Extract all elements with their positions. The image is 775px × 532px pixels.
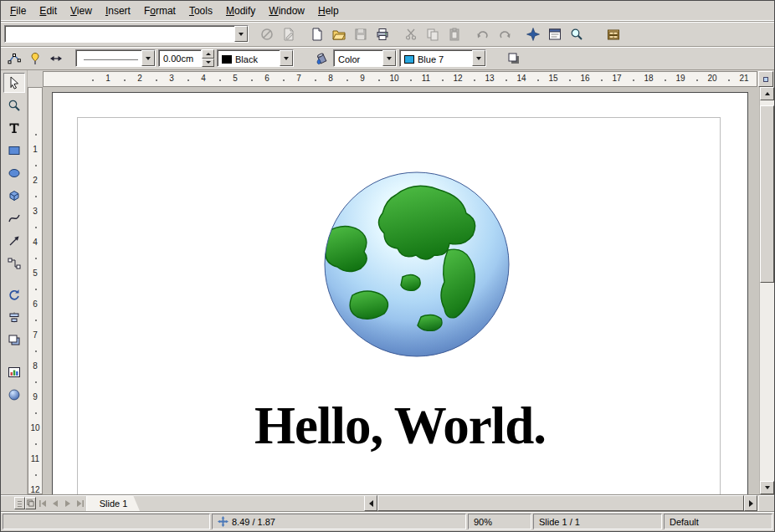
stylist-icon[interactable]	[545, 24, 565, 44]
vertical-ruler[interactable]: 123456789101112	[28, 87, 43, 494]
shadow-icon[interactable]	[505, 49, 523, 68]
fill-can-icon[interactable]	[312, 49, 331, 68]
menu-format[interactable]: Format	[137, 2, 182, 21]
ellipse-tool-icon[interactable]	[3, 163, 25, 183]
ruler-tick	[506, 79, 507, 81]
stop-icon[interactable]	[257, 24, 277, 44]
effects-tool-icon[interactable]	[3, 385, 25, 405]
line-color-dropdown-button[interactable]	[280, 50, 293, 66]
spin-down-button[interactable]	[202, 59, 214, 68]
undo-icon[interactable]	[473, 24, 493, 44]
ruler-tick	[92, 79, 94, 81]
navigator-icon[interactable]	[523, 24, 543, 44]
url-value[interactable]	[5, 26, 234, 42]
fill-style-value: Color	[334, 50, 382, 66]
line-style-select[interactable]	[75, 49, 156, 67]
next-slide-button[interactable]	[61, 497, 74, 509]
menu-edit[interactable]: Edit	[33, 2, 64, 21]
ruler-number: 19	[675, 74, 685, 83]
status-style-field[interactable]: Default	[664, 514, 772, 529]
url-combobox[interactable]	[4, 25, 249, 43]
insert-tool-icon[interactable]	[3, 362, 25, 382]
fill-style-select[interactable]: Color	[333, 49, 397, 67]
scroll-up-button[interactable]	[760, 87, 774, 100]
vertical-scroll-track[interactable]	[760, 100, 774, 481]
line-width-value[interactable]: 0.00cm	[158, 49, 202, 67]
menu-view[interactable]: View	[64, 2, 99, 21]
redo-icon[interactable]	[495, 24, 515, 44]
3d-objects-tool-icon[interactable]	[3, 186, 25, 206]
paste-icon[interactable]	[444, 24, 464, 44]
copy-icon[interactable]	[423, 24, 443, 44]
horizontal-scrollbar[interactable]	[364, 495, 759, 511]
split-handle-button[interactable]	[14, 497, 25, 509]
horizontal-ruler[interactable]: 123456789101112131415161718192021	[43, 71, 757, 87]
line-style-dropdown-button[interactable]	[141, 50, 155, 66]
slide-title-text[interactable]: Hello, World.	[53, 396, 747, 457]
layer-mode-button[interactable]	[25, 497, 36, 509]
new-document-icon[interactable]	[307, 24, 327, 44]
status-zoom-field[interactable]: 90%	[468, 514, 531, 529]
chevron-down-icon	[206, 61, 211, 64]
url-dropdown-button[interactable]	[234, 26, 248, 42]
open-icon[interactable]	[329, 24, 349, 44]
edit-file-icon[interactable]	[279, 24, 299, 44]
edit-points-icon[interactable]	[5, 49, 23, 68]
zoom-tool-icon[interactable]	[3, 95, 25, 115]
ruler-number: 9	[360, 74, 365, 83]
vertical-scrollbar[interactable]	[759, 87, 774, 494]
menu-window[interactable]: Window	[262, 2, 311, 21]
tab-slide-1[interactable]: Slide 1	[86, 495, 140, 511]
ruler-number: 14	[516, 74, 526, 83]
ruler-tick	[219, 79, 221, 81]
scroll-down-button[interactable]	[760, 481, 774, 494]
arrowheads-icon[interactable]	[47, 49, 65, 68]
text-tool-icon[interactable]	[3, 118, 25, 138]
ruler-number: 20	[707, 74, 716, 83]
ruler-number: 1	[33, 145, 38, 154]
spin-up-button[interactable]	[202, 49, 214, 59]
menu-help[interactable]: Help	[311, 2, 346, 21]
glue-points-icon[interactable]	[26, 49, 44, 68]
fill-color-dropdown-button[interactable]	[472, 50, 485, 66]
function-toolbar	[1, 22, 774, 47]
chevron-up-icon	[206, 53, 211, 55]
print-icon[interactable]	[372, 24, 393, 44]
select-tool-icon[interactable]	[3, 73, 25, 93]
scroll-left-button[interactable]	[364, 495, 377, 511]
arrange-tool-icon[interactable]	[3, 330, 25, 350]
horizontal-scroll-thumb[interactable]	[377, 495, 744, 511]
cut-icon[interactable]	[401, 24, 421, 44]
scroll-right-button[interactable]	[744, 495, 757, 511]
globe-image[interactable]	[322, 170, 511, 359]
gallery-icon[interactable]	[603, 24, 624, 44]
lines-arrows-tool-icon[interactable]	[3, 231, 25, 251]
ruler-toggle-button[interactable]	[758, 71, 773, 87]
connector-tool-icon[interactable]	[3, 253, 25, 274]
previous-slide-button[interactable]	[49, 497, 61, 509]
alignment-tool-icon[interactable]	[3, 308, 25, 328]
rotate-tool-icon[interactable]	[3, 285, 25, 305]
save-icon[interactable]	[351, 24, 371, 44]
fill-style-dropdown-button[interactable]	[382, 50, 396, 66]
zoom-icon[interactable]	[567, 24, 587, 44]
slide-page[interactable]: Hello, World.	[52, 92, 748, 494]
ruler-tick	[633, 79, 634, 81]
first-slide-button[interactable]	[36, 497, 49, 509]
status-position-field[interactable]: 8.49 / 1.87	[212, 514, 466, 529]
curve-tool-icon[interactable]	[3, 208, 25, 228]
rectangle-tool-icon[interactable]	[3, 141, 25, 161]
last-slide-button[interactable]	[74, 497, 86, 509]
menu-insert[interactable]: Insert	[99, 2, 137, 21]
menu-file[interactable]: File	[3, 2, 33, 21]
vertical-scroll-thumb[interactable]	[760, 105, 774, 283]
status-slide-field[interactable]: Slide 1 / 1	[533, 514, 662, 529]
menu-tools[interactable]: Tools	[182, 2, 219, 21]
canvas[interactable]: Hello, World.	[43, 87, 759, 494]
ruler-number: 4	[33, 238, 38, 247]
ruler-tick	[35, 412, 37, 414]
fill-color-select[interactable]: Blue 7	[399, 49, 486, 67]
line-color-select[interactable]: Black	[217, 49, 294, 67]
line-width-stepper[interactable]: 0.00cm	[158, 49, 214, 67]
menu-modify[interactable]: Modify	[219, 2, 262, 21]
